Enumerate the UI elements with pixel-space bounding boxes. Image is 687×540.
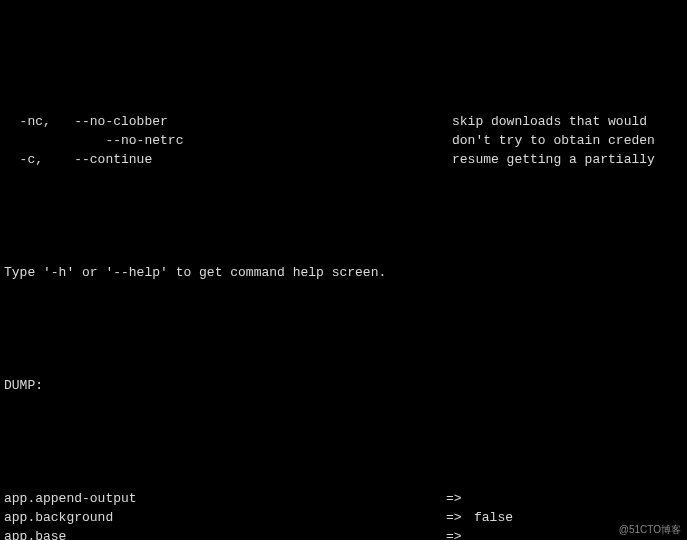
dump-key: app.append-output xyxy=(4,490,446,509)
option-row: -c, --continueresume getting a partially xyxy=(4,151,683,170)
option-flags: --no-netrc xyxy=(4,132,452,151)
dump-block: app.append-output=>app.background=>false… xyxy=(4,490,683,540)
options-block: -nc, --no-clobberskip downloads that wou… xyxy=(4,113,683,170)
option-flags: -c, --continue xyxy=(4,151,452,170)
blank-line xyxy=(4,320,683,339)
dump-header: DUMP: xyxy=(4,377,683,396)
dump-arrow: => xyxy=(446,528,474,540)
blank-line xyxy=(4,433,683,452)
dump-row: app.background=>false xyxy=(4,509,683,528)
option-description: don't try to obtain creden xyxy=(452,132,683,151)
dump-arrow: => xyxy=(446,509,474,528)
option-flags: -nc, --no-clobber xyxy=(4,113,452,132)
option-row: -nc, --no-clobberskip downloads that wou… xyxy=(4,113,683,132)
dump-value xyxy=(474,490,683,509)
option-description: skip downloads that would xyxy=(452,113,683,132)
terminal-output: -nc, --no-clobberskip downloads that wou… xyxy=(0,75,687,540)
dump-key: app.base xyxy=(4,528,446,540)
dump-row: app.base=> xyxy=(4,528,683,540)
option-row: --no-netrcdon't try to obtain creden xyxy=(4,132,683,151)
blank-line xyxy=(4,207,683,226)
dump-row: app.append-output=> xyxy=(4,490,683,509)
watermark: @51CTO博客 xyxy=(619,523,681,538)
dump-key: app.background xyxy=(4,509,446,528)
help-text: Type '-h' or '--help' to get command hel… xyxy=(4,264,683,283)
option-description: resume getting a partially xyxy=(452,151,683,170)
dump-arrow: => xyxy=(446,490,474,509)
